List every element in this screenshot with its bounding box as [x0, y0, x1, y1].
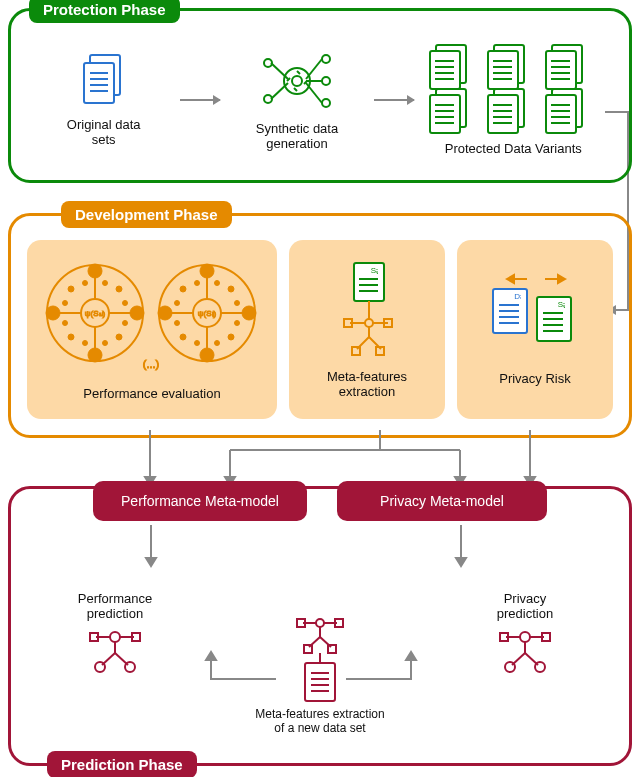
document-compare-icon: Dᵢ Sᵢⱼ	[487, 273, 583, 363]
document-tree-icon: Sᵢⱼ	[332, 261, 402, 361]
protection-phase: Protection Phase Original data sets	[8, 8, 632, 183]
svg-rect-25	[488, 51, 518, 89]
center-meta-label: Meta-features extraction of a new data s…	[255, 707, 384, 735]
doc-label-sij2: Sᵢⱼ	[558, 300, 565, 309]
prediction-title: Prediction Phase	[47, 751, 197, 777]
arrow-right-icon	[180, 99, 220, 101]
svg-point-87	[228, 286, 234, 292]
synth-label: Synthetic data generation	[256, 121, 338, 151]
tree-output-icon	[490, 627, 560, 677]
svg-rect-31	[546, 51, 576, 89]
svg-point-157	[535, 662, 545, 672]
priv-pred-label: Privacy prediction	[497, 591, 553, 621]
svg-rect-99	[354, 263, 384, 301]
perf-eval-label: Performance evaluation	[83, 386, 220, 401]
svg-rect-37	[430, 95, 460, 133]
svg-point-8	[322, 55, 330, 63]
svg-point-7	[264, 95, 272, 103]
svg-point-92	[175, 301, 180, 306]
svg-point-95	[215, 281, 220, 286]
svg-point-66	[68, 286, 74, 292]
privacy-risk-card: Dᵢ Sᵢⱼ Privacy Risk	[457, 240, 613, 419]
svg-marker-115	[507, 275, 514, 283]
svg-rect-1	[84, 63, 114, 103]
svg-point-72	[63, 321, 68, 326]
meta-features-card: Sᵢⱼ Meta-features extraction	[289, 240, 445, 419]
original-data-label: Original data sets	[67, 117, 141, 147]
svg-point-9	[322, 77, 330, 85]
svg-rect-169	[305, 663, 335, 701]
svg-point-84	[200, 348, 214, 362]
svg-point-63	[46, 306, 60, 320]
svg-point-76	[83, 341, 88, 346]
svg-point-97	[215, 341, 220, 346]
protected-data-variants: Protected Data Variants	[414, 43, 613, 156]
synthetic-data-generation: Synthetic data generation	[220, 49, 373, 151]
svg-point-88	[180, 286, 186, 292]
svg-point-75	[103, 341, 108, 346]
performance-prediction: Performance prediction	[45, 591, 185, 677]
doc-label-sij: Sᵢⱼ	[371, 266, 378, 275]
perf-pred-label: Performance prediction	[78, 591, 152, 621]
meta-model-row: Performance Meta-model Privacy Meta-mode…	[11, 481, 629, 521]
svg-point-91	[235, 301, 240, 306]
svg-point-147	[125, 662, 135, 672]
protection-title: Protection Phase	[29, 0, 180, 23]
svg-point-69	[123, 301, 128, 306]
svg-marker-177	[456, 558, 466, 566]
documents-icon	[80, 53, 128, 111]
svg-rect-43	[488, 95, 518, 133]
svg-marker-175	[146, 558, 156, 566]
development-title: Development Phase	[61, 201, 232, 228]
meta-feat-label: Meta-features extraction	[327, 369, 407, 399]
svg-point-67	[116, 334, 122, 340]
svg-point-89	[228, 334, 234, 340]
svg-point-68	[68, 334, 74, 340]
svg-point-93	[235, 321, 240, 326]
formula-left: ψ(S₁ᵢ)	[85, 309, 106, 318]
svg-point-73	[103, 281, 108, 286]
radial-network-icon: ψ(S₁ᵢ) ψ(Sᵢⱼ)	[37, 258, 267, 378]
document-tree-maroon-icon	[285, 615, 355, 707]
svg-rect-49	[546, 95, 576, 133]
performance-meta-model: Performance Meta-model	[93, 481, 307, 521]
svg-point-98	[195, 341, 200, 346]
svg-point-138	[110, 632, 120, 642]
svg-rect-19	[430, 51, 460, 89]
svg-point-148	[520, 632, 530, 642]
svg-point-158	[316, 619, 324, 627]
documents-grid-icon	[428, 43, 598, 135]
original-data-sets: Original data sets	[27, 53, 180, 147]
ellipsis: (...)	[143, 358, 160, 370]
formula-right: ψ(Sᵢⱼ)	[198, 309, 217, 318]
doc-label-di: Dᵢ	[514, 292, 521, 301]
svg-point-17	[292, 76, 302, 86]
svg-point-94	[175, 321, 180, 326]
svg-point-70	[63, 301, 68, 306]
svg-point-85	[158, 306, 172, 320]
svg-point-83	[200, 264, 214, 278]
variants-label: Protected Data Variants	[445, 141, 582, 156]
svg-point-74	[83, 281, 88, 286]
svg-point-156	[505, 662, 515, 672]
svg-point-65	[116, 286, 122, 292]
svg-point-6	[264, 59, 272, 67]
svg-point-61	[88, 264, 102, 278]
svg-point-10	[322, 99, 330, 107]
development-phase: Development Phase ψ(S₁ᵢ)	[8, 213, 632, 438]
privacy-meta-model: Privacy Meta-model	[337, 481, 547, 521]
svg-point-62	[88, 348, 102, 362]
svg-point-146	[95, 662, 105, 672]
prediction-phase: Prediction Phase Performance Meta-model …	[8, 486, 632, 766]
svg-point-104	[365, 319, 373, 327]
svg-marker-117	[558, 275, 565, 283]
arrow-right-icon	[374, 99, 414, 101]
svg-point-86	[242, 306, 256, 320]
new-data-set-meta: Meta-features extraction of a new data s…	[230, 615, 410, 735]
privacy-prediction: Privacy prediction	[455, 591, 595, 677]
svg-point-90	[180, 334, 186, 340]
tree-output-icon	[80, 627, 150, 677]
privacy-risk-label: Privacy Risk	[499, 371, 571, 386]
svg-point-64	[130, 306, 144, 320]
network-gear-icon	[258, 49, 336, 115]
